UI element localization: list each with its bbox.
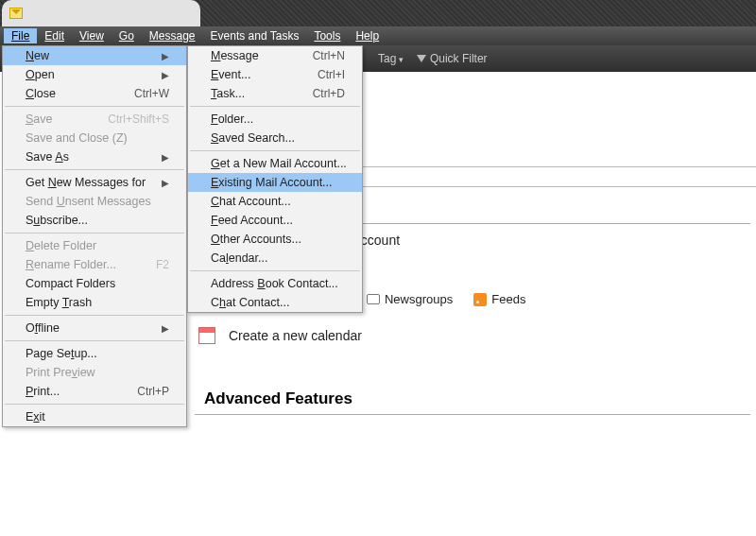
menu-go[interactable]: Go <box>112 28 142 43</box>
feed-icon <box>473 293 487 306</box>
menu-file[interactable]: File <box>4 28 37 43</box>
file-menu-item-offline[interactable]: Offline▶ <box>3 319 186 337</box>
file-dropdown-menu: New▶Open▶CloseCtrl+WSaveCtrl+Shift+SSave… <box>2 45 187 427</box>
new-menu-item-separator <box>190 106 360 107</box>
file-menu-item-send-unsent-messages: Send Unsent Messages <box>3 192 186 211</box>
chevron-right-icon: ▶ <box>162 152 169 163</box>
create-newsgroups-link[interactable]: Newsgroups <box>367 292 453 306</box>
file-menu-item-separator <box>5 169 184 170</box>
file-menu-item-new[interactable]: New▶ <box>3 46 186 65</box>
menu-view[interactable]: View <box>72 28 112 43</box>
menu-tools[interactable]: Tools <box>306 28 348 43</box>
new-menu-item-separator <box>190 150 360 151</box>
menu-message[interactable]: Message <box>142 28 203 43</box>
quick-filter-button[interactable]: Quick Filter <box>417 52 488 65</box>
file-menu-item-delete-folder: Delete Folder <box>3 236 186 255</box>
new-menu-item-get-a-new-mail-account[interactable]: Get a New Mail Account... <box>188 154 362 173</box>
file-menu-item-save: SaveCtrl+Shift+S <box>3 110 186 129</box>
file-menu-item-print-preview: Print Preview <box>3 363 186 382</box>
new-menu-item-calendar[interactable]: Calendar... <box>188 249 362 268</box>
file-menu-item-compact-folders[interactable]: Compact Folders <box>3 274 186 293</box>
chevron-right-icon: ▶ <box>162 323 169 334</box>
file-menu-item-separator <box>5 404 184 405</box>
tag-dropdown[interactable]: Tag <box>378 52 404 65</box>
mail-icon <box>9 8 23 19</box>
new-menu-item-task[interactable]: Task...Ctrl+D <box>188 84 362 103</box>
file-menu-item-separator <box>5 340 184 341</box>
file-menu-item-empty-trash[interactable]: Empty Trash <box>3 293 186 312</box>
new-menu-item-chat-account[interactable]: Chat Account... <box>188 192 362 211</box>
file-menu-item-save-and-close-z: Save and Close (Z) <box>3 129 186 147</box>
chevron-right-icon: ▶ <box>162 51 169 61</box>
menu-help[interactable]: Help <box>348 28 387 43</box>
file-menu-item-rename-folder: Rename Folder...F2 <box>3 255 186 274</box>
file-menu-item-subscribe[interactable]: Subscribe... <box>3 211 186 230</box>
file-menu-item-get-new-messages-for[interactable]: Get New Messages for▶ <box>3 173 186 192</box>
new-menu-item-address-book-contact[interactable]: Address Book Contact... <box>188 274 362 293</box>
file-menu-item-separator <box>5 233 184 233</box>
create-feeds-link[interactable]: Feeds <box>473 292 525 306</box>
new-menu-item-chat-contact[interactable]: Chat Contact... <box>188 293 362 312</box>
file-menu-item-print[interactable]: Print...Ctrl+P <box>3 382 186 401</box>
funnel-icon <box>417 55 426 64</box>
window-titlebar <box>0 0 756 26</box>
chevron-right-icon: ▶ <box>162 178 169 188</box>
new-submenu: MessageCtrl+NEvent...Ctrl+ITask...Ctrl+D… <box>187 45 363 313</box>
new-menu-item-message[interactable]: MessageCtrl+N <box>188 46 362 65</box>
menubar: File Edit View Go Message Events and Tas… <box>0 26 756 45</box>
file-menu-item-exit[interactable]: Exit <box>3 407 186 426</box>
menu-edit[interactable]: Edit <box>37 28 72 43</box>
file-menu-item-save-as[interactable]: Save As▶ <box>3 147 186 166</box>
chevron-right-icon: ▶ <box>162 70 169 80</box>
file-menu-item-page-setup[interactable]: Page Setup... <box>3 344 186 363</box>
new-menu-item-event[interactable]: Event...Ctrl+I <box>188 65 362 84</box>
new-menu-item-existing-mail-account[interactable]: Existing Mail Account... <box>188 173 362 192</box>
file-menu-item-separator <box>5 315 184 316</box>
new-menu-item-feed-account[interactable]: Feed Account... <box>188 211 362 230</box>
new-menu-item-folder[interactable]: Folder... <box>188 110 362 129</box>
menu-events-tasks[interactable]: Events and Tasks <box>203 28 307 43</box>
app-tab[interactable] <box>2 0 200 26</box>
newsgroup-icon <box>367 294 380 304</box>
advanced-heading: Advanced Features <box>195 378 750 415</box>
new-menu-item-other-accounts[interactable]: Other Accounts... <box>188 230 362 249</box>
file-menu-item-open[interactable]: Open▶ <box>3 65 186 84</box>
new-menu-item-separator <box>190 270 360 271</box>
file-menu-item-close[interactable]: CloseCtrl+W <box>3 84 186 103</box>
calendar-icon <box>198 327 215 344</box>
new-menu-item-saved-search[interactable]: Saved Search... <box>188 129 362 147</box>
create-calendar-link[interactable]: Create a new calendar <box>229 328 362 343</box>
file-menu-item-separator <box>5 106 184 107</box>
